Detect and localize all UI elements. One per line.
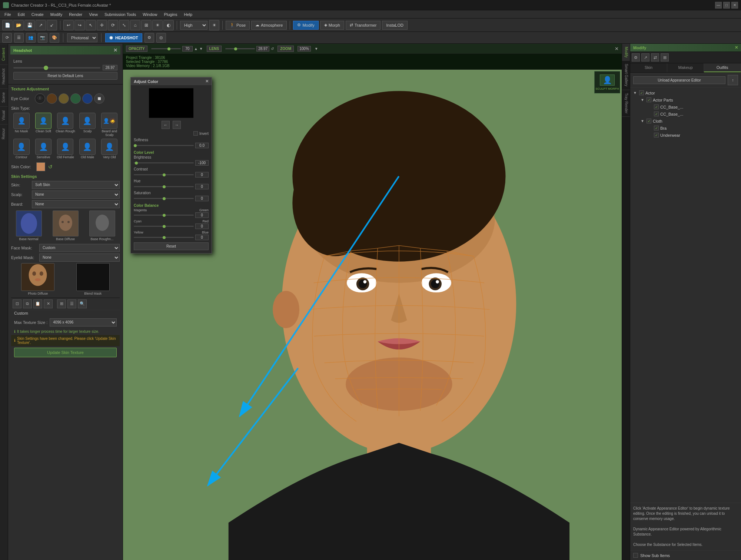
transformer-button[interactable]: ⇄ Transformer bbox=[346, 21, 381, 30]
sec-btn-1[interactable]: ⟳ bbox=[2, 33, 12, 43]
menu-modify[interactable]: Modify bbox=[47, 11, 65, 17]
lens-vp-value[interactable]: 28.97 bbox=[256, 46, 269, 52]
tab-outfits[interactable]: Outfits bbox=[704, 63, 741, 72]
base-diffuse-thumb[interactable] bbox=[53, 211, 79, 236]
vtab-content[interactable]: Content bbox=[0, 44, 8, 64]
grid-button[interactable]: ⊞ bbox=[141, 20, 152, 30]
tree-cc-base-1[interactable]: ✓ CC_Base_... bbox=[647, 103, 740, 110]
eye-custom[interactable]: ■ bbox=[94, 93, 104, 104]
eyelid-mask-dropdown[interactable]: None bbox=[39, 254, 120, 262]
bra-checkbox[interactable]: ✓ bbox=[654, 126, 659, 130]
headshot-camera[interactable]: ◎ bbox=[156, 33, 166, 43]
skin-contour[interactable]: 👤 Contour bbox=[11, 139, 31, 159]
opacity-thumb[interactable] bbox=[167, 47, 170, 50]
export-button[interactable]: ↗ bbox=[36, 20, 46, 30]
sec-btn-4[interactable]: 📷 bbox=[38, 33, 47, 43]
headshot-button[interactable]: ◉ HEADSHOT bbox=[105, 33, 142, 42]
show-sub-checkbox[interactable] bbox=[633, 553, 638, 558]
chevron-up-icon[interactable]: ▲ bbox=[194, 47, 198, 51]
cyan-thumb[interactable] bbox=[163, 225, 166, 228]
menu-submission-tools[interactable]: Submission Tools bbox=[102, 11, 139, 17]
lens-vp-track[interactable] bbox=[225, 48, 255, 49]
sec-btn-3[interactable]: 👥 bbox=[26, 33, 36, 43]
resize-btn[interactable]: ⊡ bbox=[13, 299, 21, 308]
zoom-value[interactable]: 100% bbox=[298, 46, 311, 52]
actor-checkbox[interactable]: ✓ bbox=[639, 90, 644, 95]
photoreal-dropdown[interactable]: Photoreal Stylized bbox=[67, 33, 97, 42]
max-texture-dropdown[interactable]: 4096 x 4096 2048 x 2048 1024 x 1024 bbox=[50, 318, 117, 327]
viewport-close[interactable]: ✕ bbox=[615, 46, 619, 52]
close-button[interactable]: ✕ bbox=[731, 2, 738, 9]
hue-value[interactable]: 0 bbox=[195, 184, 209, 189]
menu-view[interactable]: View bbox=[86, 11, 101, 17]
cyan-value[interactable]: 0 bbox=[195, 223, 209, 229]
zoom-dropdown-icon[interactable]: ▼ bbox=[315, 47, 318, 51]
tree-underwear[interactable]: ✓ Underwear bbox=[647, 132, 740, 139]
contrast-track[interactable] bbox=[134, 174, 194, 175]
lens-track[interactable] bbox=[13, 67, 100, 69]
blend-mask-thumb[interactable] bbox=[76, 263, 110, 291]
rvtab-modify[interactable]: Modify bbox=[622, 44, 630, 61]
instalod-button[interactable]: InstaLOD bbox=[382, 21, 407, 30]
rp-icon-2[interactable]: ↗ bbox=[641, 53, 649, 62]
rvtab-tray-render[interactable]: Tray Render bbox=[622, 90, 630, 117]
hue-track[interactable] bbox=[134, 186, 194, 187]
lens-thumb[interactable] bbox=[44, 66, 48, 70]
contrast-thumb[interactable] bbox=[163, 173, 166, 176]
magenta-track[interactable] bbox=[134, 215, 194, 216]
tree-actor[interactable]: ▼ ✓ Actor bbox=[632, 89, 740, 96]
actor-parts-checkbox[interactable]: ✓ bbox=[647, 97, 651, 102]
contrast-value[interactable]: 0 bbox=[195, 172, 209, 178]
zoom-btn[interactable]: 🔍 bbox=[78, 299, 87, 308]
light-button[interactable]: ☀ bbox=[152, 20, 163, 30]
menu-edit[interactable]: Edit bbox=[15, 11, 28, 17]
softness-thumb[interactable] bbox=[134, 144, 137, 147]
face-mask-dropdown[interactable]: Custom bbox=[39, 244, 120, 252]
skin-color-refresh[interactable]: ↺ bbox=[48, 164, 53, 170]
saturation-value[interactable]: 0 bbox=[195, 196, 209, 201]
scale-button[interactable]: ⤡ bbox=[119, 20, 129, 30]
tab-skin[interactable]: Skin bbox=[630, 63, 667, 72]
vtab-retour[interactable]: Retour bbox=[0, 124, 8, 143]
yellow-thumb[interactable] bbox=[163, 236, 166, 239]
modify-button[interactable]: ⚙ Modify bbox=[293, 21, 318, 30]
skin-clean-soft[interactable]: 👤 Clean Soft bbox=[33, 113, 53, 137]
base-rough-thumb[interactable] bbox=[89, 211, 115, 236]
window-controls[interactable]: — □ ✕ bbox=[715, 2, 738, 9]
softness-track[interactable] bbox=[134, 145, 194, 146]
upload-icon-button[interactable]: ↑ bbox=[728, 75, 738, 85]
rp-icon-1[interactable]: ⚙ bbox=[632, 53, 640, 62]
opacity-track[interactable] bbox=[151, 48, 181, 49]
brightness-track[interactable] bbox=[134, 162, 194, 163]
redo-button[interactable]: ↪ bbox=[74, 20, 85, 30]
sculpt-morph-button[interactable]: 👤 SCULPT MORPH bbox=[594, 71, 620, 93]
rvtab-smart-gallery[interactable]: Smart Gallery bbox=[622, 61, 630, 90]
scalp-dropdown[interactable]: None bbox=[32, 190, 120, 199]
skin-sensitive[interactable]: 👤 Sensitive bbox=[33, 139, 53, 159]
opacity-value[interactable]: 70 bbox=[182, 46, 193, 52]
skin-color-swatch[interactable] bbox=[36, 162, 45, 171]
underwear-checkbox[interactable]: ✓ bbox=[654, 133, 659, 137]
magenta-value[interactable]: 0 bbox=[195, 212, 209, 218]
yellow-value[interactable]: 0 bbox=[195, 235, 209, 240]
chevron-down-icon[interactable]: ▼ bbox=[199, 47, 203, 51]
brightness-thumb[interactable] bbox=[135, 162, 138, 165]
cyan-track[interactable] bbox=[134, 226, 194, 227]
invert-checkbox[interactable] bbox=[193, 131, 198, 136]
skin-scalp[interactable]: 👤 Scalp bbox=[77, 113, 97, 137]
list-view-btn[interactable]: ☰ bbox=[67, 299, 76, 308]
tree-bra[interactable]: ✓ Bra bbox=[647, 125, 740, 132]
actor-parts-toggle[interactable]: ▼ bbox=[641, 98, 645, 102]
menu-window[interactable]: Window bbox=[140, 11, 160, 17]
quality-dropdown[interactable]: High Medium Low bbox=[180, 21, 207, 30]
select-button[interactable]: ↖ bbox=[86, 20, 96, 30]
eye-brown[interactable] bbox=[47, 93, 57, 104]
arrow-left-icon[interactable]: ← bbox=[162, 121, 170, 129]
rp-icon-3[interactable]: ⇄ bbox=[651, 53, 659, 62]
grid-view-btn[interactable]: ⊞ bbox=[57, 299, 66, 308]
cc-base-1-checkbox[interactable]: ✓ bbox=[654, 105, 659, 109]
tree-actor-parts[interactable]: ▼ ✓ Actor Parts bbox=[639, 96, 740, 103]
skin-old-female[interactable]: 👤 Old Female bbox=[55, 139, 76, 159]
del-btn[interactable]: ✕ bbox=[44, 299, 53, 308]
skin-very-old[interactable]: 👤 Very Old bbox=[99, 139, 120, 159]
